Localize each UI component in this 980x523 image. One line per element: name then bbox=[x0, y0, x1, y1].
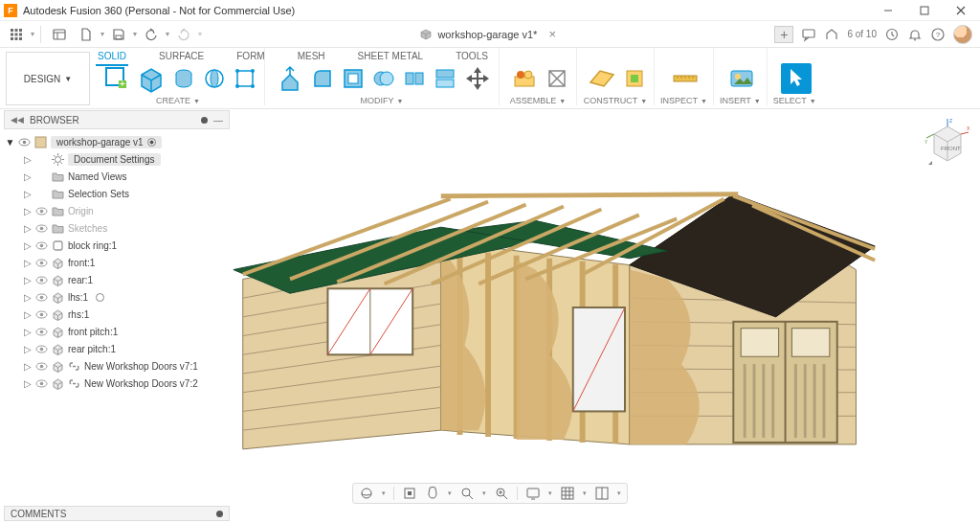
viewport-layout-icon[interactable] bbox=[594, 486, 610, 501]
minimize-button[interactable] bbox=[871, 1, 905, 20]
job-status[interactable]: 6 of 10 bbox=[847, 29, 877, 39]
close-tab-icon[interactable]: × bbox=[548, 27, 556, 41]
help-icon[interactable]: ? bbox=[930, 27, 946, 42]
shell-icon[interactable] bbox=[340, 65, 367, 92]
eye-icon[interactable] bbox=[35, 308, 48, 321]
activate-radio[interactable] bbox=[96, 293, 104, 302]
move-icon[interactable] bbox=[462, 63, 493, 94]
tree-item[interactable]: ▷front pitch:1 bbox=[4, 323, 230, 340]
look-at-icon[interactable] bbox=[402, 486, 417, 501]
sweep-icon[interactable] bbox=[232, 65, 258, 92]
panel-min-icon[interactable]: — bbox=[213, 115, 223, 125]
data-panel-icon[interactable] bbox=[47, 24, 72, 45]
plane-icon[interactable] bbox=[587, 63, 617, 94]
eye-icon[interactable] bbox=[35, 257, 48, 269]
panel-settings-icon[interactable] bbox=[201, 117, 208, 124]
tree-item[interactable]: ▷rear pitch:1 bbox=[4, 340, 230, 357]
eye-icon[interactable] bbox=[35, 274, 48, 286]
tree-item[interactable]: ▷New Workshop Doors v7:1 bbox=[4, 357, 230, 375]
eye-icon[interactable] bbox=[35, 326, 48, 338]
activate-radio[interactable] bbox=[147, 138, 156, 147]
align-icon[interactable] bbox=[432, 65, 458, 92]
measure-icon[interactable] bbox=[670, 63, 701, 94]
tab-sheet-metal[interactable]: SHEET METAL bbox=[356, 48, 426, 66]
tree-item[interactable]: ▷block ring:1 bbox=[4, 237, 230, 254]
eye-icon[interactable] bbox=[35, 343, 48, 355]
tab-tools[interactable]: TOOLS bbox=[454, 48, 490, 66]
navigation-bar: ▾ ▾ ▾ ▾ ▾ ▾ bbox=[352, 483, 628, 504]
comments-panel[interactable]: COMMENTS bbox=[4, 506, 230, 521]
svg-line-113 bbox=[926, 134, 934, 138]
tree-item[interactable]: ▷Named Views bbox=[4, 168, 230, 185]
pan-icon[interactable] bbox=[425, 486, 440, 501]
comments-settings-icon[interactable] bbox=[216, 511, 223, 517]
tree-item[interactable]: ▷Selection Sets bbox=[4, 185, 230, 202]
press-pull-icon[interactable] bbox=[275, 63, 305, 94]
tab-surface[interactable]: SURFACE bbox=[157, 48, 206, 66]
close-button[interactable] bbox=[944, 1, 978, 20]
eye-icon[interactable] bbox=[18, 136, 31, 148]
tree-item[interactable]: ▷rhs:1 bbox=[4, 306, 230, 323]
browser-header[interactable]: ◀◀ BROWSER — bbox=[4, 110, 230, 129]
app-grid-icon[interactable] bbox=[4, 24, 29, 45]
tree-item-label: New Workshop Doors v7:2 bbox=[84, 378, 198, 389]
fit-icon[interactable] bbox=[494, 486, 509, 501]
group-create-label: CREATE bbox=[156, 96, 190, 105]
svg-point-36 bbox=[380, 72, 393, 85]
tree-item[interactable]: ▷lhs:1 bbox=[4, 288, 230, 306]
create-box-icon[interactable] bbox=[136, 63, 167, 94]
tree-item[interactable]: ▷Document Settings bbox=[4, 150, 230, 168]
eye-icon[interactable] bbox=[35, 239, 48, 252]
tab-mesh[interactable]: MESH bbox=[296, 48, 327, 66]
notifications-icon[interactable] bbox=[801, 27, 816, 42]
tree-item-label: rear:1 bbox=[68, 275, 93, 285]
joint-icon[interactable] bbox=[509, 63, 540, 94]
group-inspect: INSPECT▼ bbox=[655, 48, 714, 105]
fillet-icon[interactable] bbox=[309, 65, 336, 92]
user-avatar[interactable] bbox=[953, 25, 972, 44]
file-menu-icon[interactable] bbox=[74, 24, 99, 45]
tab-solid[interactable]: SOLID bbox=[96, 48, 128, 66]
bell-icon[interactable] bbox=[907, 27, 923, 42]
tree-item[interactable]: ▷rear:1 bbox=[4, 271, 230, 288]
eye-icon[interactable] bbox=[35, 205, 48, 217]
tree-root[interactable]: ▼ workshop-garage v1 bbox=[4, 133, 230, 150]
new-design-icon[interactable]: + bbox=[774, 26, 793, 43]
zoom-icon[interactable] bbox=[459, 486, 475, 501]
extensions-icon[interactable] bbox=[824, 27, 839, 42]
split-icon[interactable] bbox=[401, 65, 428, 92]
eye-icon[interactable] bbox=[35, 360, 48, 373]
extrude-icon[interactable] bbox=[170, 65, 197, 92]
eye-icon[interactable] bbox=[35, 222, 48, 235]
tree-item[interactable]: ▷front:1 bbox=[4, 254, 230, 271]
combine-icon[interactable] bbox=[370, 65, 397, 92]
maximize-button[interactable] bbox=[907, 1, 942, 20]
collapse-icon[interactable]: ◀◀ bbox=[11, 115, 24, 125]
document-tab[interactable]: workshop-garage v1* × bbox=[202, 27, 774, 41]
select-icon[interactable] bbox=[781, 63, 812, 94]
updates-icon[interactable] bbox=[884, 27, 900, 42]
new-sketch-icon[interactable]: + bbox=[101, 63, 132, 94]
axis-icon[interactable] bbox=[621, 65, 648, 92]
eye-icon[interactable] bbox=[35, 291, 48, 304]
orbit-icon[interactable] bbox=[359, 486, 374, 501]
grid-settings-icon[interactable] bbox=[560, 486, 575, 501]
tree-item[interactable]: ▷Sketches bbox=[4, 219, 230, 237]
viewcube[interactable]: FRONT Z X Y bbox=[924, 117, 970, 169]
tree-item[interactable]: ▷New Workshop Doors v7:2 bbox=[4, 375, 230, 392]
display-settings-icon[interactable] bbox=[525, 486, 541, 501]
svg-rect-5 bbox=[15, 29, 18, 32]
eye-icon[interactable] bbox=[35, 377, 48, 390]
tab-form[interactable]: FORM bbox=[234, 48, 266, 66]
redo-icon[interactable] bbox=[171, 24, 196, 45]
undo-icon[interactable] bbox=[139, 24, 164, 45]
svg-point-31 bbox=[235, 84, 239, 88]
as-built-joint-icon[interactable] bbox=[544, 65, 570, 92]
svg-line-111 bbox=[961, 132, 969, 134]
workspace-button[interactable]: DESIGN▼ bbox=[6, 52, 90, 105]
save-icon[interactable] bbox=[106, 24, 131, 45]
revolve-icon[interactable] bbox=[201, 65, 228, 92]
insert-icon[interactable] bbox=[726, 63, 757, 94]
tree-item[interactable]: ▷Origin bbox=[4, 202, 230, 219]
svg-point-19 bbox=[914, 38, 916, 40]
